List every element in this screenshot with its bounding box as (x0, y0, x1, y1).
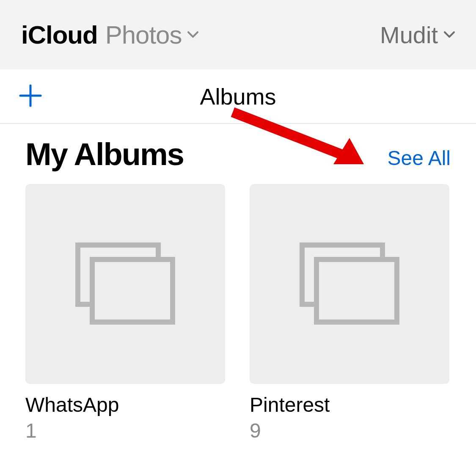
chevron-down-icon (187, 31, 198, 38)
plus-icon (19, 84, 42, 107)
albums-grid: WhatsApp 1 Pinterest 9 (25, 184, 451, 442)
svg-rect-5 (92, 259, 173, 322)
top-bar: iCloud Photos Mudit (0, 0, 476, 69)
brand-group: iCloud Photos (21, 20, 198, 50)
chevron-down-icon (444, 31, 455, 38)
album-card[interactable]: WhatsApp 1 (25, 184, 225, 442)
add-album-button[interactable] (19, 84, 42, 109)
section-header-row: My Albums See All (25, 136, 451, 172)
brand-name: iCloud (21, 20, 98, 50)
album-placeholder-icon (74, 242, 176, 326)
album-count: 1 (25, 419, 225, 442)
content: My Albums See All WhatsApp 1 Pinterest 9 (0, 124, 476, 442)
see-all-link[interactable]: See All (388, 146, 451, 170)
album-name: Pinterest (250, 393, 449, 416)
album-thumbnail (25, 184, 225, 384)
album-card[interactable]: Pinterest 9 (250, 184, 449, 442)
album-placeholder-icon (299, 242, 400, 326)
section-dropdown[interactable]: Photos (105, 20, 199, 50)
album-thumbnail (250, 184, 449, 384)
subheader: Albums (0, 69, 476, 124)
album-count: 9 (250, 419, 449, 442)
album-name: WhatsApp (25, 393, 225, 416)
section-label: Photos (105, 20, 182, 50)
svg-rect-7 (316, 259, 397, 322)
page-title: Albums (200, 83, 276, 110)
user-dropdown[interactable]: Mudit (380, 21, 455, 49)
user-name: Mudit (380, 21, 438, 49)
section-heading: My Albums (25, 136, 184, 172)
